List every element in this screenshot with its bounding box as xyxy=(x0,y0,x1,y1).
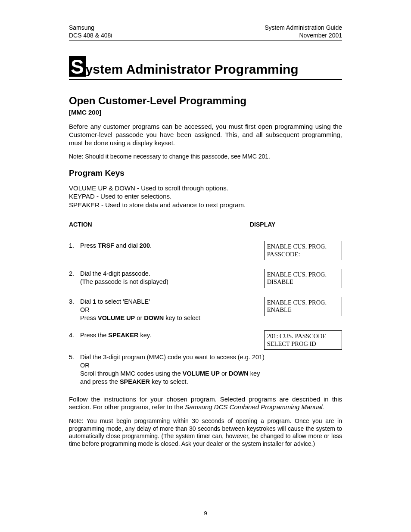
step-text: Press the SPEAKER key. xyxy=(80,331,255,339)
step-row: 3.Dial 1 to select 'ENABLE'ORPress VOLUM… xyxy=(69,298,342,322)
display-box: ENABLE CUS. PROG.PASSCODE: _ xyxy=(264,241,342,260)
section-heading: Open Customer-Level Programming xyxy=(69,95,342,107)
display-box: 201: CUS. PASSCODESELECT PROG ID xyxy=(264,330,342,350)
display-box: ENABLE CUS. PROG.DISABLE xyxy=(264,269,342,288)
follow-manual-ref: Samsung DCS Combined Programming Manual. xyxy=(185,403,324,411)
step-number: 4. xyxy=(69,331,80,339)
col-action: ACTION xyxy=(69,221,250,228)
step-number: 2. xyxy=(69,270,80,286)
intro-paragraph: Before any customer programs can be acce… xyxy=(69,123,342,147)
col-display: DISPLAY xyxy=(250,221,275,228)
header-date: November 2001 xyxy=(265,32,342,40)
program-keys-list: VOLUME UP & DOWN - Used to scroll throug… xyxy=(69,184,342,209)
header-left: Samsung DCS 408 & 408i xyxy=(69,24,112,39)
page-number: 9 xyxy=(0,510,411,516)
header-model: DCS 408 & 408i xyxy=(69,32,112,40)
header-right: System Administration Guide November 200… xyxy=(265,24,342,39)
display-box: ENABLE CUS. PROG.ENABLE xyxy=(264,297,342,316)
step-text: Dial the 4-digit passcode.(The passcode … xyxy=(80,270,255,286)
step-row: 5.Dial the 3-digit program (MMC) code yo… xyxy=(69,353,342,386)
step-action: 3.Dial 1 to select 'ENABLE'ORPress VOLUM… xyxy=(69,298,264,322)
note-timing: Note: You must begin programming within … xyxy=(69,417,342,448)
step-text: Dial 1 to select 'ENABLE'ORPress VOLUME … xyxy=(80,298,255,322)
step-number: 5. xyxy=(69,353,80,386)
step-row: 2.Dial the 4-digit passcode.(The passcod… xyxy=(69,270,342,288)
key-speaker: SPEAKER - Used to store data and advance… xyxy=(69,201,342,209)
step-number: 1. xyxy=(69,242,80,250)
dropcap: S xyxy=(69,56,86,77)
step-text: Dial the 3-digit program (MMC) code you … xyxy=(80,353,265,386)
header-doc-title: System Administration Guide xyxy=(265,24,342,32)
step-row: 1.Press TRSF and dial 200.ENABLE CUS. PR… xyxy=(69,242,342,260)
key-keypad: KEYPAD - Used to enter selections. xyxy=(69,192,342,201)
step-row: 4.Press the SPEAKER key.201: CUS. PASSCO… xyxy=(69,331,342,350)
step-text: Press TRSF and dial 200. xyxy=(80,242,255,250)
page-header: Samsung DCS 408 & 408i System Administra… xyxy=(69,24,342,40)
mmc-code: [MMC 200] xyxy=(69,109,342,116)
key-volume: VOLUME UP & DOWN - Used to scroll throug… xyxy=(69,184,342,193)
table-header: ACTION DISPLAY xyxy=(69,221,342,228)
steps-table: 1.Press TRSF and dial 200.ENABLE CUS. PR… xyxy=(69,242,342,386)
chapter-title: System Administrator Programming xyxy=(69,56,342,80)
follow-paragraph: Follow the instructions for your chosen … xyxy=(69,395,342,412)
step-action: 5.Dial the 3-digit program (MMC) code yo… xyxy=(69,353,274,386)
step-action: 4.Press the SPEAKER key. xyxy=(69,331,264,339)
chapter-title-text: ystem Administrator Programming xyxy=(86,62,299,76)
subsection-heading: Program Keys xyxy=(69,168,342,178)
step-action: 1.Press TRSF and dial 200. xyxy=(69,242,264,250)
step-action: 2.Dial the 4-digit passcode.(The passcod… xyxy=(69,270,264,286)
note-passcode: Note: Should it become necessary to chan… xyxy=(69,153,342,161)
step-number: 3. xyxy=(69,298,80,322)
page: Samsung DCS 408 & 408i System Administra… xyxy=(0,0,411,532)
header-vendor: Samsung xyxy=(69,24,112,32)
